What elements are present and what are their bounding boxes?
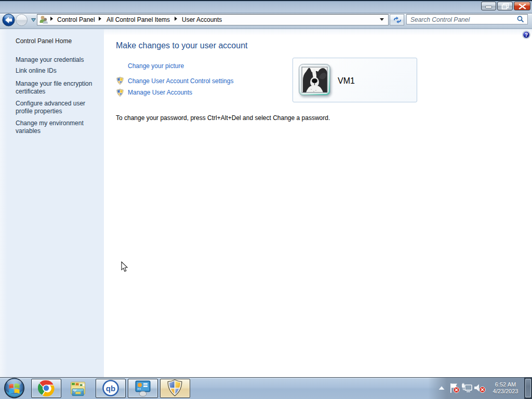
svg-text:qb: qb [106, 384, 115, 393]
svg-text:?: ? [525, 32, 528, 38]
